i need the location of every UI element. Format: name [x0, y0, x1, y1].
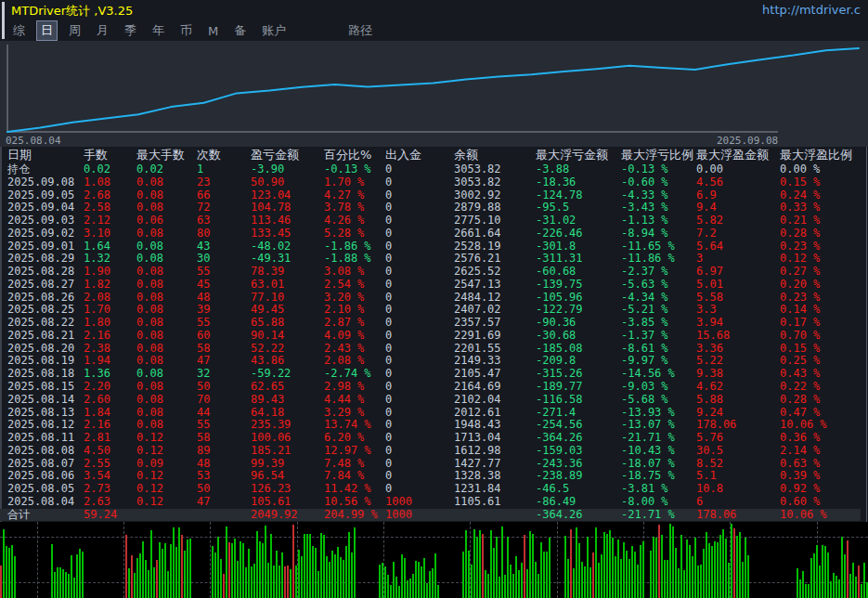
- row-cell: 23: [197, 176, 251, 189]
- row-cell: -364.26: [536, 509, 621, 522]
- row-cell: 89.43: [251, 394, 324, 407]
- row-date: 2025.08.06: [7, 470, 84, 483]
- candle-bar: [847, 540, 849, 598]
- table-row[interactable]: 2025.08.281.900.085578.393.08 %02625.52-…: [0, 266, 861, 279]
- candle-bar: [623, 542, 625, 598]
- row-cell: -9.97 %: [621, 355, 696, 368]
- row-cell: 55: [197, 266, 251, 279]
- candle-bar: [518, 570, 520, 598]
- candle-bar: [535, 562, 537, 598]
- row-cell: -301.8: [536, 240, 621, 254]
- row-cell: 8.52: [696, 458, 780, 471]
- candle-bar: [745, 538, 746, 598]
- candle-bar: [331, 551, 333, 598]
- table-row[interactable]: 2025.08.212.160.086090.144.09 %02291.69-…: [0, 330, 861, 343]
- candle-bar: [476, 537, 478, 598]
- table-row[interactable]: 2025.08.181.360.0832-59.22-2.74 %02105.4…: [0, 368, 861, 381]
- row-date: 2025.09.03: [7, 214, 84, 228]
- column-header: 日期: [7, 147, 84, 163]
- table-row[interactable]: 2025.09.032.120.0663113.464.26 %02775.10…: [0, 214, 861, 228]
- row-cell: 1000: [385, 509, 454, 522]
- row-cell: 4.56: [696, 176, 780, 189]
- candle-bar: [234, 539, 236, 598]
- row-cell: 2201.55: [454, 343, 536, 356]
- candle-bar: [73, 578, 75, 598]
- table-row[interactable]: 2025.09.023.100.0880133.455.28 %02661.64…: [0, 228, 861, 240]
- row-cell: -49.31: [251, 253, 324, 266]
- candle-bar: [634, 552, 636, 598]
- candle-bar: [601, 554, 602, 598]
- candle-bar: [640, 545, 641, 598]
- row-cell: 78.39: [251, 266, 324, 279]
- row-date: 2025.08.21: [7, 330, 84, 343]
- row-cell: 1.36: [84, 368, 136, 381]
- candle-bar: [700, 565, 702, 598]
- table-row[interactable]: 2025.08.084.500.1289185.2112.97 %01612.9…: [0, 445, 861, 458]
- table-row[interactable]: 2025.08.063.540.125396.547.84 %01328.38-…: [0, 470, 861, 483]
- candle-bar: [479, 530, 481, 598]
- menu-item-年[interactable]: 年: [149, 21, 168, 40]
- table-row[interactable]: 2025.08.072.550.094899.397.48 %01427.77-…: [0, 458, 861, 471]
- table-row[interactable]: 2025.08.202.380.085852.222.43 %02201.55-…: [0, 343, 861, 356]
- menu-item-币[interactable]: 币: [176, 21, 196, 40]
- table-row[interactable]: 2025.08.122.160.0855235.3913.74 %01948.4…: [0, 419, 861, 432]
- row-cell: -2.37 %: [621, 266, 696, 279]
- total-row[interactable]: 合计59.242049.92204.99 %1000-364.26-21.71 …: [0, 509, 861, 522]
- row-cell: 0.00: [696, 163, 780, 176]
- candle-bar: [686, 540, 688, 598]
- table-row[interactable]: 2025.08.251.700.083949.452.10 %02407.02-…: [0, 304, 861, 317]
- candle-bar: [589, 567, 591, 598]
- row-cell: 5.64: [696, 240, 780, 254]
- row-cell: 0.08: [136, 228, 197, 240]
- row-cell: 0.25 %: [780, 355, 861, 368]
- candle-bar: [485, 570, 486, 598]
- table-row[interactable]: 2025.09.011.640.0843-48.02-1.86 %02528.1…: [0, 240, 861, 254]
- candle-bar: [706, 532, 707, 598]
- table-row[interactable]: 2025.08.271.820.084563.012.54 %02547.13-…: [0, 279, 861, 292]
- equity-line: [7, 48, 859, 132]
- candle-bar: [128, 568, 130, 598]
- table-row[interactable]: 2025.08.042.630.1247105.6110.56 %1000110…: [0, 496, 861, 509]
- menu-item-路径[interactable]: 路径: [344, 21, 376, 40]
- row-cell: 0: [385, 470, 454, 483]
- table-row[interactable]: 2025.08.152.200.085062.652.98 %02164.69-…: [0, 381, 861, 394]
- row-cell: 0.22 %: [780, 381, 861, 394]
- candle-bar: [382, 563, 383, 598]
- candle-bar: [82, 552, 84, 598]
- table-row[interactable]: 持仓0.020.021-3.90-0.13 %03053.82-3.88-0.1…: [0, 163, 861, 176]
- candle-bar: [426, 583, 428, 598]
- website-link[interactable]: http://mtdriver.c: [762, 3, 861, 17]
- menu-item-综[interactable]: 综: [9, 21, 29, 40]
- row-cell: 0.70 %: [780, 330, 861, 343]
- table-row[interactable]: 2025.08.262.080.084877.103.20 %02484.12-…: [0, 292, 861, 305]
- column-header: 手数: [84, 147, 136, 163]
- table-row[interactable]: 2025.08.142.600.087089.434.44 %02102.04-…: [0, 394, 861, 407]
- candle-bar: [672, 526, 674, 598]
- row-cell: 7.2: [696, 228, 780, 240]
- table-row[interactable]: 2025.09.052.680.0866123.044.27 %03002.92…: [0, 189, 861, 202]
- menu-item-月[interactable]: 月: [93, 21, 112, 40]
- table-row[interactable]: 2025.08.052.730.1250126.2311.42 %01231.8…: [0, 483, 861, 496]
- table-row[interactable]: 2025.08.112.810.1258100.066.20 %01713.04…: [0, 432, 861, 445]
- menu-item-账户[interactable]: 账户: [258, 21, 290, 40]
- table-row[interactable]: 2025.08.131.840.084464.183.29 %02012.61-…: [0, 407, 861, 420]
- row-cell: -0.13 %: [621, 163, 696, 176]
- row-cell: 39: [197, 304, 251, 317]
- menu-item-备[interactable]: 备: [230, 21, 250, 40]
- row-cell: 0: [385, 317, 454, 330]
- table-row[interactable]: 2025.08.191.940.084743.862.08 %02149.33-…: [0, 355, 861, 368]
- menu-item-日[interactable]: 日: [37, 21, 57, 40]
- candle-bar: [6, 546, 7, 598]
- candle-bar: [62, 569, 64, 598]
- table-row[interactable]: 2025.09.042.580.0872104.783.78 %02879.88…: [0, 202, 861, 214]
- row-cell: 2.43 %: [324, 343, 385, 356]
- menu-item-季[interactable]: 季: [121, 21, 140, 40]
- row-cell: 1.80: [84, 317, 136, 330]
- menu-item-周[interactable]: 周: [65, 21, 84, 40]
- row-cell: 0: [385, 279, 454, 292]
- row-cell: 2.16: [84, 419, 136, 432]
- menu-item-M[interactable]: M: [204, 23, 222, 39]
- table-row[interactable]: 2025.08.221.800.085565.882.87 %02357.57-…: [0, 317, 861, 330]
- table-row[interactable]: 2025.09.081.080.082350.901.70 %03053.82-…: [0, 176, 861, 189]
- table-row[interactable]: 2025.08.291.320.0830-49.31-1.88 %02576.2…: [0, 253, 861, 266]
